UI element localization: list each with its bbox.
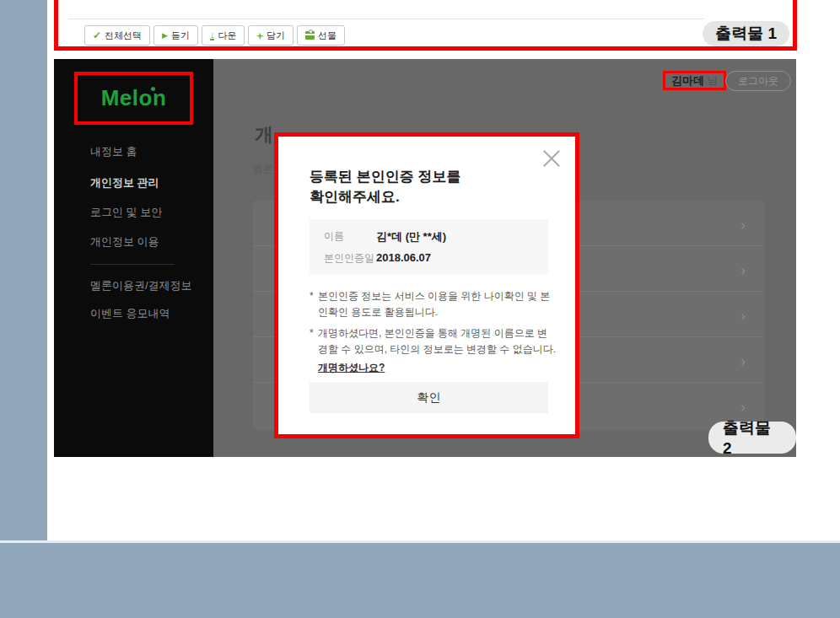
melon-page-screenshot: Melon 내정보 홈 개인정보 관리 로그인 및 보안 개인정보 이용 멜론이… xyxy=(54,59,796,457)
sidebar-item-myinfo-home[interactable]: 내정보 홈 xyxy=(90,144,137,159)
toolbar-divider xyxy=(68,19,704,19)
verification-info-box: 이름 김*데 (만 **세) 본인인증일 2018.06.07 xyxy=(310,219,548,274)
melon-logo-text: Melon xyxy=(101,85,167,110)
close-icon[interactable] xyxy=(540,147,563,170)
chevron-right-icon: › xyxy=(740,399,746,416)
bullet-marker: * xyxy=(310,288,318,320)
listen-label: 듣기 xyxy=(171,30,190,42)
select-all-label: 전체선택 xyxy=(105,30,142,42)
add-button[interactable]: + 담기 xyxy=(248,25,293,46)
user-name: 김마데 xyxy=(671,73,704,89)
note-item: * 개명하셨다면, 본인인증을 통해 개명된 이름으로 변경할 수 있으며, 타… xyxy=(310,325,556,357)
output2-badge: 출력물 2 xyxy=(708,422,796,454)
chevron-right-icon: › xyxy=(740,308,746,325)
left-frame-strip xyxy=(0,0,47,540)
page-description: 멜론 xyxy=(253,162,273,176)
add-label: 담기 xyxy=(267,30,285,42)
name-value: 김*데 (만 **세) xyxy=(376,229,446,245)
select-all-button[interactable]: ✓ 전체선택 xyxy=(84,25,150,46)
bottom-frame-band xyxy=(0,540,840,618)
sidebar-item-event-entries[interactable]: 이벤트 응모내역 xyxy=(90,306,170,321)
user-name-suffix: 님 xyxy=(708,73,718,88)
melon-logo[interactable]: Melon xyxy=(101,85,167,111)
info-row-name: 이름 김*데 (만 **세) xyxy=(324,229,534,245)
plus-icon: + xyxy=(256,30,263,42)
check-icon: ✓ xyxy=(93,30,101,41)
gift-button[interactable]: 선물 xyxy=(297,25,345,46)
modal-title: 등록된 본인인증 정보를 확인해주세요. xyxy=(310,167,460,207)
renamed-link[interactable]: 개명하셨나요? xyxy=(318,361,385,375)
sidebar-item-pass-payment[interactable]: 멜론이용권/결제정보 xyxy=(90,278,192,293)
chevron-right-icon: › xyxy=(740,217,746,234)
sidebar-item-personal-info[interactable]: 개인정보 관리 xyxy=(90,175,159,191)
verify-date-value: 2018.06.07 xyxy=(376,251,431,266)
page-title: 개 xyxy=(255,122,273,148)
output1-badge: 출력물 1 xyxy=(703,21,789,46)
annotation-box-output1: ✓ 전체선택 ▶ 듣기 ↓ 다운 + 담기 선물 출력물 1 xyxy=(54,0,797,51)
download-button[interactable]: ↓ 다운 xyxy=(202,25,245,46)
modal-title-line1: 등록된 본인인증 정보를 xyxy=(310,167,460,187)
song-action-toolbar: ✓ 전체선택 ▶ 듣기 ↓ 다운 + 담기 선물 xyxy=(84,25,345,46)
sidebar: Melon 내정보 홈 개인정보 관리 로그인 및 보안 개인정보 이용 멜론이… xyxy=(54,59,213,457)
gift-icon xyxy=(305,31,315,40)
listen-button[interactable]: ▶ 듣기 xyxy=(153,25,198,46)
sidebar-item-privacy-use[interactable]: 개인정보 이용 xyxy=(90,234,159,250)
sidebar-divider xyxy=(90,264,175,265)
confirm-button[interactable]: 확인 xyxy=(310,382,548,413)
modal-title-line2: 확인해주세요. xyxy=(310,187,460,207)
verify-date-label: 본인인증일 xyxy=(324,251,376,266)
annotation-box-logo: Melon xyxy=(74,72,193,125)
download-icon: ↓ xyxy=(210,31,215,40)
chevron-right-icon: › xyxy=(740,353,746,370)
name-label: 이름 xyxy=(324,229,376,245)
modal-notes: * 본인인증 정보는 서비스 이용을 위한 나이확인 및 본인확인 용도로 활용… xyxy=(310,288,556,375)
logout-button[interactable]: 로그아웃 xyxy=(725,71,791,91)
download-label: 다운 xyxy=(218,30,236,42)
play-icon: ▶ xyxy=(162,31,168,40)
note-item: * 본인인증 정보는 서비스 이용을 위한 나이확인 및 본인확인 용도로 활용… xyxy=(310,288,556,320)
sidebar-item-login-security[interactable]: 로그인 및 보안 xyxy=(90,205,162,220)
annotation-box-username: 김마데 님 xyxy=(663,71,726,90)
gift-label: 선물 xyxy=(318,30,337,42)
note-text: 개명하셨다면, 본인인증을 통해 개명된 이름으로 변경할 수 있으며, 타인의… xyxy=(318,325,556,357)
note-text: 본인인증 정보는 서비스 이용을 위한 나이확인 및 본인확인 용도로 활용됩니… xyxy=(318,288,556,320)
chevron-right-icon: › xyxy=(740,262,746,279)
bullet-marker: * xyxy=(310,325,318,357)
info-row-verify-date: 본인인증일 2018.06.07 xyxy=(324,251,534,266)
identity-verification-modal: 등록된 본인인증 정보를 확인해주세요. 이름 김*데 (만 **세) 본인인증… xyxy=(274,132,579,438)
